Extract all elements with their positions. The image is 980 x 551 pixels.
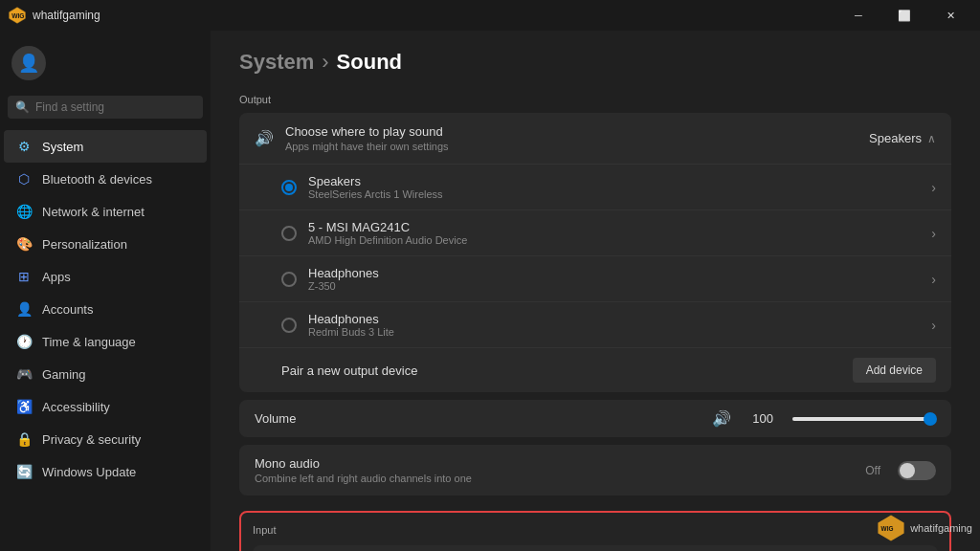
sidebar-label-gaming: Gaming [42,367,86,382]
volume-value: 100 [750,411,773,426]
sidebar-label-accessibility: Accessibility [42,400,110,414]
search-input[interactable] [35,100,195,114]
add-output-device-button[interactable]: Add device [853,358,936,383]
option-headphones2-name: Headphones [308,312,920,326]
sidebar-label-system: System [42,140,83,154]
option-headphones1-chevron: › [931,272,936,287]
radio-msi[interactable] [281,226,297,241]
sidebar-label-personalization: Personalization [42,237,127,252]
option-speakers-chevron: › [931,180,936,195]
breadcrumb-parent[interactable]: System [239,50,314,75]
logo-text: whatifgaming [33,9,100,22]
personalization-icon: 🎨 [15,235,33,253]
output-header: 🔊 Choose where to play sound Apps might … [239,113,951,164]
sidebar-label-time: Time & language [42,335,136,349]
sidebar-item-update[interactable]: 🔄 Windows Update [4,455,207,488]
option-headphones2-text: Headphones Redmi Buds 3 Lite [308,312,920,338]
sidebar-item-gaming[interactable]: 🎮 Gaming [4,358,207,390]
output-device-headphones1[interactable]: Headphones Z-350 › [239,255,951,301]
volume-row: Volume 🔊 100 [239,400,951,437]
accessibility-icon: ♿ [15,398,33,415]
sidebar-item-bluetooth[interactable]: ⬡ Bluetooth & devices [4,163,207,195]
watermark-text: whatifgaming [910,522,972,534]
speaker-icon: 🔊 [255,129,274,147]
mono-title: Mono audio [255,456,854,471]
input-device-card: 🎤 Choose a device for speaking or record… [253,545,938,551]
mono-sub: Combine left and right audio channels in… [255,473,854,484]
sidebar-label-privacy: Privacy & security [42,432,141,447]
option-headphones1-sub: Z-350 [308,280,920,292]
mono-toggle-thumb [900,463,915,478]
pair-output-row: Pair a new output device Add device [239,347,951,392]
option-msi-name: 5 - MSI MAG241C [308,220,920,234]
output-current-label: Speakers [869,131,922,145]
radio-headphones2[interactable] [281,318,297,333]
sidebar-item-accounts[interactable]: 👤 Accounts [4,293,207,325]
watermark: WIG whatifgaming [876,513,972,543]
option-headphones2-sub: Redmi Buds 3 Lite [308,326,920,338]
output-header-text: Choose where to play sound Apps might ha… [285,124,858,152]
volume-slider[interactable] [792,417,936,421]
option-msi-text: 5 - MSI MAG241C AMD High Definition Audi… [308,220,920,246]
volume-label: Volume [255,411,701,426]
output-device-speakers[interactable]: Speakers SteelSeries Arctis 1 Wireless › [239,164,951,209]
accounts-icon: 👤 [15,300,33,318]
volume-fill [792,417,936,421]
time-icon: 🕐 [15,333,33,350]
sidebar-item-apps[interactable]: ⊞ Apps [4,260,207,293]
sidebar-item-network[interactable]: 🌐 Network & internet [4,195,207,228]
option-headphones1-name: Headphones [308,266,920,280]
radio-speakers[interactable] [281,180,297,195]
option-headphones2-chevron: › [931,318,936,333]
mono-toggle[interactable] [898,461,936,480]
minimize-button[interactable]: ─ [836,0,880,31]
restore-button[interactable]: ⬜ [882,0,926,31]
avatar: 👤 [11,46,46,80]
option-speakers-name: Speakers [308,174,920,188]
network-icon: 🌐 [15,203,33,220]
svg-text:WIG: WIG [11,12,24,19]
bluetooth-icon: ⬡ [15,170,33,187]
title-bar-controls: ─ ⬜ ✕ [836,0,972,31]
option-msi-sub: AMD High Definition Audio Device [308,234,920,246]
search-icon: 🔍 [15,100,30,114]
volume-thumb[interactable] [924,412,937,426]
title-bar-left: WIG whatifgaming [8,6,100,25]
breadcrumb-current: Sound [337,50,402,75]
sidebar-item-system[interactable]: ⚙ System [4,130,207,163]
sidebar: 👤 🔍 ⚙ System ⬡ Bluetooth & devices 🌐 Net… [0,31,211,551]
main-layout: 👤 🔍 ⚙ System ⬡ Bluetooth & devices 🌐 Net… [0,31,980,551]
breadcrumb-separator: › [322,50,328,75]
option-headphones1-text: Headphones Z-350 [308,266,920,292]
output-header-title: Choose where to play sound [285,124,858,139]
sidebar-label-accounts: Accounts [42,302,93,317]
output-device-msi[interactable]: 5 - MSI MAG241C AMD High Definition Audi… [239,209,951,255]
sidebar-item-privacy[interactable]: 🔒 Privacy & security [4,423,207,455]
apps-icon: ⊞ [15,268,33,285]
option-speakers-text: Speakers SteelSeries Arctis 1 Wireless [308,174,920,200]
close-button[interactable]: ✕ [928,0,972,31]
sidebar-label-apps: Apps [42,270,71,284]
output-chevron-icon: ∧ [927,132,936,145]
sidebar-label-bluetooth: Bluetooth & devices [42,172,152,187]
system-icon: ⚙ [15,138,33,155]
sidebar-label-update: Windows Update [42,465,136,479]
sidebar-item-accessibility[interactable]: ♿ Accessibility [4,390,207,423]
sidebar-label-network: Network & internet [42,205,145,219]
sidebar-item-time[interactable]: 🕐 Time & language [4,325,207,358]
option-speakers-sub: SteelSeries Arctis 1 Wireless [308,188,920,200]
output-device-card: 🔊 Choose where to play sound Apps might … [239,113,951,392]
breadcrumb: System › Sound [239,50,951,75]
search-box[interactable]: 🔍 [8,96,203,119]
output-section-label: Output [239,94,951,105]
privacy-icon: 🔒 [15,430,33,448]
gaming-icon: 🎮 [15,365,33,383]
input-header: 🎤 Choose a device for speaking or record… [253,545,938,551]
mono-toggle-label: Off [865,464,880,477]
sidebar-item-personalization[interactable]: 🎨 Personalization [4,228,207,260]
output-device-headphones2[interactable]: Headphones Redmi Buds 3 Lite › [239,301,951,347]
radio-headphones1[interactable] [281,272,297,287]
logo: WIG whatifgaming [8,6,100,25]
input-section-label: Input [253,524,938,536]
update-icon: 🔄 [15,463,33,480]
